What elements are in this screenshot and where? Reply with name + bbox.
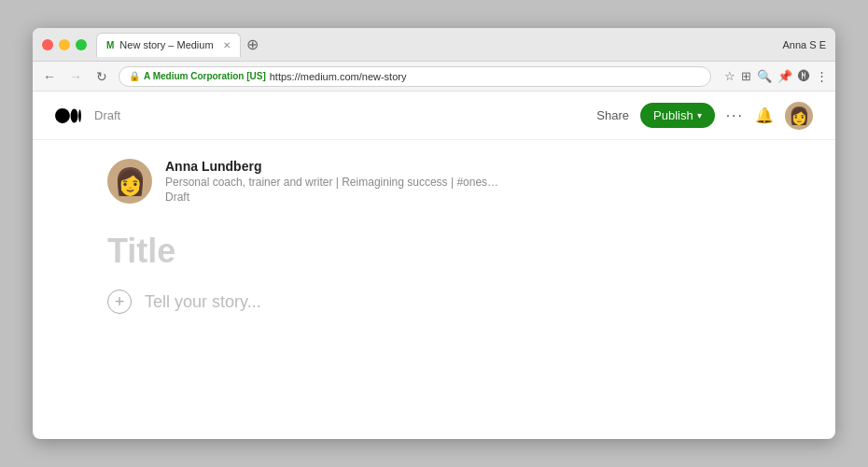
secure-icon: 🔒 — [129, 71, 140, 81]
extension-icon-4[interactable]: 🅜 — [798, 69, 810, 83]
story-title-placeholder[interactable]: Title — [107, 232, 761, 271]
author-details: Anna Lundberg Personal coach, trainer an… — [165, 159, 501, 204]
browser-window: M New story – Medium ✕ ⊕ Anna S E ← → ↻ … — [33, 28, 835, 439]
menu-button[interactable]: ⋮ — [816, 69, 828, 83]
extension-icon-3[interactable]: 📌 — [777, 69, 792, 83]
chevron-down-icon: ▾ — [697, 110, 702, 120]
avatar-image: 👩 — [789, 106, 809, 126]
publish-button[interactable]: Publish ▾ — [640, 103, 715, 128]
minimize-window-button[interactable] — [59, 39, 70, 50]
notifications-button[interactable]: 🔔 — [755, 106, 774, 124]
forward-button[interactable]: → — [66, 67, 85, 86]
share-button[interactable]: Share — [596, 108, 629, 122]
author-status: Draft — [165, 191, 501, 204]
user-avatar[interactable]: 👩 — [785, 102, 813, 130]
app-content: Draft Share Publish ▾ ··· 🔔 👩 — [33, 92, 835, 439]
refresh-button[interactable]: ↻ — [92, 67, 111, 86]
tab-title: New story – Medium — [119, 39, 213, 50]
back-button[interactable]: ← — [40, 67, 59, 86]
tab-close-icon[interactable]: ✕ — [223, 40, 231, 50]
story-body: + Tell your story... — [107, 290, 761, 314]
title-bar: M New story – Medium ✕ ⊕ Anna S E — [33, 28, 835, 62]
author-bio: Personal coach, trainer and writer | Rei… — [165, 176, 501, 189]
window-user-label: Anna S E — [783, 39, 826, 50]
corp-label: A Medium Corporation [US] — [144, 71, 266, 81]
tab-bar: M New story – Medium ✕ ⊕ — [96, 33, 783, 57]
plus-icon: + — [115, 292, 125, 312]
browser-action-icons: ☆ ⊞ 🔍 📌 🅜 ⋮ — [724, 69, 828, 83]
close-window-button[interactable] — [42, 39, 53, 50]
story-placeholder[interactable]: Tell your story... — [145, 292, 261, 312]
bookmark-icon[interactable]: ☆ — [724, 69, 735, 83]
new-tab-button[interactable]: ⊕ — [246, 35, 259, 53]
url-label: https://medium.com/new-story — [270, 71, 407, 82]
app-toolbar: Draft Share Publish ▾ ··· 🔔 👩 — [33, 92, 835, 140]
author-name: Anna Lundberg — [165, 159, 501, 174]
window-controls — [42, 39, 87, 50]
publish-label: Publish — [653, 108, 693, 122]
add-content-button[interactable]: + — [107, 290, 132, 314]
editor-area[interactable]: 👩 Anna Lundberg Personal coach, trainer … — [33, 140, 835, 439]
author-avatar: 👩 — [107, 159, 152, 204]
extension-icon-2[interactable]: 🔍 — [757, 69, 772, 83]
active-tab[interactable]: M New story – Medium ✕ — [96, 33, 241, 57]
extension-icon-1[interactable]: ⊞ — [741, 69, 751, 83]
maximize-window-button[interactable] — [76, 39, 87, 50]
tab-favicon: M — [106, 40, 114, 50]
toolbar-right: Share Publish ▾ ··· 🔔 👩 — [596, 102, 813, 130]
address-bar: ← → ↻ 🔒 A Medium Corporation [US] https:… — [33, 62, 835, 92]
author-info: 👩 Anna Lundberg Personal coach, trainer … — [107, 159, 761, 204]
author-avatar-image: 👩 — [114, 166, 147, 197]
address-field[interactable]: 🔒 A Medium Corporation [US] https://medi… — [119, 66, 711, 87]
medium-logo — [55, 103, 81, 129]
more-options-button[interactable]: ··· — [726, 107, 744, 124]
bell-icon: 🔔 — [755, 107, 774, 123]
draft-label: Draft — [94, 108, 120, 122]
